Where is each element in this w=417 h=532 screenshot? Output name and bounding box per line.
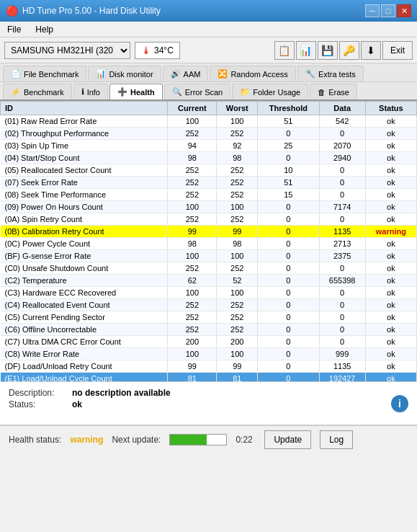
minimize-button[interactable]: ─ xyxy=(365,4,380,17)
cell-threshold: 0 xyxy=(258,238,319,250)
cell-status: ok xyxy=(365,275,416,287)
tab-extra-tests[interactable]: 🔧 Extra tests xyxy=(297,66,364,81)
close-button[interactable]: ✕ xyxy=(397,4,411,17)
table-row[interactable]: (BF) G-sense Error Rate10010002375ok xyxy=(1,250,417,262)
toolbar-btn-4[interactable]: 🔑 xyxy=(339,41,359,60)
cell-threshold: 0 xyxy=(258,275,319,287)
table-row[interactable]: (C5) Current Pending Sector25225200ok xyxy=(1,311,417,324)
menu-help[interactable]: Help xyxy=(31,23,58,36)
table-row[interactable]: (09) Power On Hours Count10010007174ok xyxy=(1,201,417,213)
cell-id: (C5) Current Pending Sector xyxy=(1,311,168,324)
tab-file-benchmark[interactable]: 📄 File Benchmark xyxy=(3,66,86,81)
cell-current: 200 xyxy=(168,336,217,348)
table-row[interactable]: (0B) Calibration Retry Count999901135war… xyxy=(1,226,417,238)
toolbar-btn-5[interactable]: ⬇ xyxy=(361,41,381,60)
cell-data: 2375 xyxy=(319,250,365,262)
cell-data: 0 xyxy=(319,336,365,348)
cell-id: (C0) Unsafe Shutdown Count xyxy=(1,262,168,275)
info-button[interactable]: i xyxy=(391,395,408,412)
table-row[interactable]: (C2) Temperature62520655398ok xyxy=(1,275,417,287)
cell-data: 0 xyxy=(319,164,365,177)
cell-data: 0 xyxy=(319,128,365,140)
smart-table: ID Current Worst Threshold Data Status (… xyxy=(0,101,417,382)
cell-current: 62 xyxy=(168,275,217,287)
table-row[interactable]: (07) Seek Error Rate252252510ok xyxy=(1,177,417,189)
progress-bar xyxy=(169,434,227,445)
cell-threshold: 0 xyxy=(258,336,319,348)
cell-id: (02) Throughput Performance xyxy=(1,128,168,140)
cell-data: 7174 xyxy=(319,201,365,213)
cell-worst: 252 xyxy=(217,262,258,275)
menu-bar: File Help xyxy=(0,22,417,37)
erase-icon: 🗑 xyxy=(318,88,326,97)
toolbar-btn-1[interactable]: 📋 xyxy=(274,41,295,60)
table-row[interactable]: (C6) Offline Uncorrectable25225200ok xyxy=(1,324,417,336)
health-status-label: Health status: xyxy=(9,435,61,445)
cell-id: (C4) Reallocated Event Count xyxy=(1,299,168,311)
cell-status: ok xyxy=(365,373,416,383)
cell-worst: 252 xyxy=(217,128,258,140)
table-row[interactable]: (0C) Power Cycle Count989802713ok xyxy=(1,238,417,250)
cell-data: 542 xyxy=(319,115,365,128)
cell-current: 252 xyxy=(168,324,217,336)
toolbar-btn-3[interactable]: 💾 xyxy=(318,41,338,60)
cell-threshold: 0 xyxy=(258,201,319,213)
toolbar-icon-group: 📋 📊 💾 🔑 ⬇ Exit xyxy=(274,41,413,60)
table-row[interactable]: (E1) Load/Unload Cycle Count81810192427o… xyxy=(1,373,417,383)
tab-random-access[interactable]: 🔀 Random Access xyxy=(210,66,295,81)
cell-current: 94 xyxy=(168,140,217,152)
menu-file[interactable]: File xyxy=(3,23,25,36)
cell-threshold: 0 xyxy=(258,360,319,373)
update-button[interactable]: Update xyxy=(264,430,311,449)
table-row[interactable]: (C4) Reallocated Event Count25225200ok xyxy=(1,299,417,311)
table-row[interactable]: (08) Seek Time Performance252252150ok xyxy=(1,189,417,201)
cell-worst: 252 xyxy=(217,324,258,336)
cell-threshold: 0 xyxy=(258,262,319,275)
table-row[interactable]: (03) Spin Up Time9492252070ok xyxy=(1,140,417,152)
cell-threshold: 0 xyxy=(258,299,319,311)
smart-table-container[interactable]: ID Current Worst Threshold Data Status (… xyxy=(0,101,417,382)
cell-threshold: 0 xyxy=(258,324,319,336)
next-update-label: Next update: xyxy=(112,435,161,445)
drive-select[interactable]: SAMSUNG HM321HI (320 gB) xyxy=(4,42,130,59)
tab-health[interactable]: ➕ Health xyxy=(109,84,163,99)
cell-status: ok xyxy=(365,201,416,213)
cell-data: 0 xyxy=(319,324,365,336)
cell-id: (0A) Spin Retry Count xyxy=(1,213,168,226)
file-benchmark-icon: 📄 xyxy=(11,69,21,79)
error-scan-icon: 🔍 xyxy=(172,87,182,97)
cell-data: 0 xyxy=(319,299,365,311)
table-row[interactable]: (C0) Unsafe Shutdown Count25225200ok xyxy=(1,262,417,275)
tab-benchmark[interactable]: ⚡ Benchmark xyxy=(3,84,72,99)
cell-threshold: 10 xyxy=(258,164,319,177)
tab-disk-monitor[interactable]: 📊 Disk monitor xyxy=(88,66,161,81)
table-row[interactable]: (05) Reallocated Sector Count252252100ok xyxy=(1,164,417,177)
maximize-button[interactable]: □ xyxy=(381,4,395,17)
cell-worst: 98 xyxy=(217,152,258,164)
tab-info[interactable]: ℹ Info xyxy=(73,84,108,99)
table-row[interactable]: (DF) Load/Unload Retry Count999901135ok xyxy=(1,360,417,373)
tab-aam[interactable]: 🔊 AAM xyxy=(163,66,209,81)
table-row[interactable]: (0A) Spin Retry Count25225200ok xyxy=(1,213,417,226)
table-row[interactable]: (04) Start/Stop Count989802940ok xyxy=(1,152,417,164)
tab-erase[interactable]: 🗑 Erase xyxy=(310,84,357,99)
col-current: Current xyxy=(168,102,217,115)
log-button[interactable]: Log xyxy=(320,430,353,449)
random-access-icon: 🔀 xyxy=(218,69,228,79)
cell-status: ok xyxy=(365,311,416,324)
exit-button[interactable]: Exit xyxy=(382,41,413,60)
table-row[interactable]: (C7) Ultra DMA CRC Error Count20020000ok xyxy=(1,336,417,348)
folder-usage-icon: 📁 xyxy=(240,87,250,97)
cell-worst: 100 xyxy=(217,287,258,299)
table-row[interactable]: (C3) Hardware ECC Recovered10010000ok xyxy=(1,287,417,299)
table-row[interactable]: (C8) Write Error Rate1001000999ok xyxy=(1,348,417,360)
cell-threshold: 0 xyxy=(258,213,319,226)
table-row[interactable]: (01) Raw Read Error Rate10010051542ok xyxy=(1,115,417,128)
tab-error-scan[interactable]: 🔍 Error Scan xyxy=(164,84,231,99)
cell-current: 100 xyxy=(168,287,217,299)
toolbar-btn-2[interactable]: 📊 xyxy=(296,41,316,60)
table-row[interactable]: (02) Throughput Performance25225200ok xyxy=(1,128,417,140)
cell-current: 98 xyxy=(168,238,217,250)
cell-id: (04) Start/Stop Count xyxy=(1,152,168,164)
tab-folder-usage[interactable]: 📁 Folder Usage xyxy=(232,84,308,99)
